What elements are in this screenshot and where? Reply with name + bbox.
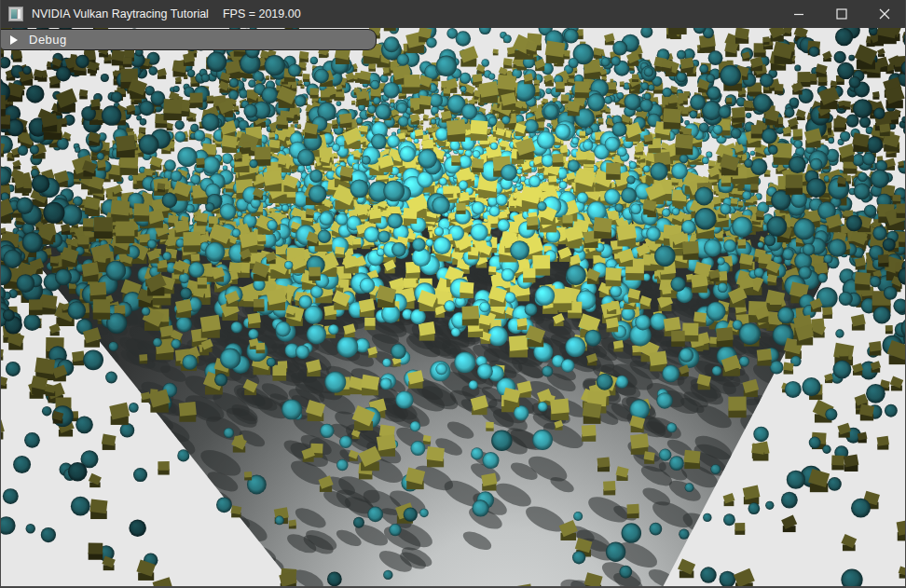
fps-counter: FPS = 2019.00 <box>223 7 301 21</box>
app-icon <box>8 7 23 21</box>
viewport-canvas[interactable] <box>1 28 905 586</box>
collapse-arrow-icon <box>10 35 18 45</box>
titlebar: NVIDIA Vulkan Raytracing Tutorial FPS = … <box>0 0 906 28</box>
debug-panel-header[interactable]: Debug <box>1 29 377 50</box>
maximize-button[interactable] <box>820 0 863 28</box>
window-title: NVIDIA Vulkan Raytracing Tutorial <box>32 7 209 21</box>
minimize-button[interactable] <box>777 0 820 28</box>
maximize-icon <box>836 8 847 20</box>
minimize-icon <box>793 8 804 20</box>
close-button[interactable] <box>863 0 906 28</box>
debug-panel-label: Debug <box>29 33 67 47</box>
app-window: NVIDIA Vulkan Raytracing Tutorial FPS = … <box>0 0 906 588</box>
close-icon <box>879 8 890 20</box>
